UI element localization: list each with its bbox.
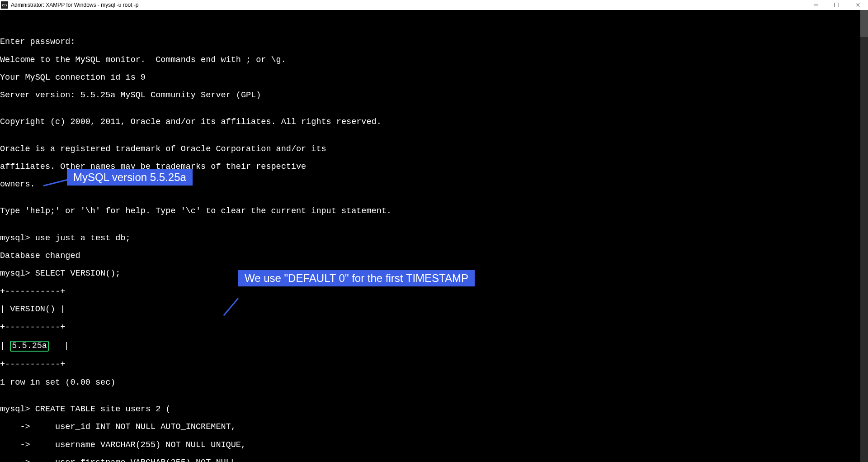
cmd-icon: C:\ xyxy=(1,1,8,9)
terminal-line: mysql> use just_a_test_db; xyxy=(0,234,868,243)
maximize-button[interactable] xyxy=(826,0,847,10)
close-button[interactable] xyxy=(847,0,868,10)
terminal-line: Welcome to the MySQL monitor. Commands e… xyxy=(0,56,868,65)
terminal-line: +-----------+ xyxy=(0,287,868,296)
terminal-line: Oracle is a registered trademark of Orac… xyxy=(0,145,868,154)
terminal-line: Server version: 5.5.25a MySQL Community … xyxy=(0,91,868,100)
vertical-scrollbar[interactable] xyxy=(860,10,868,462)
minimize-button[interactable] xyxy=(806,0,826,10)
terminal-line: -> user_id INT NOT NULL AUTO_INCREMENT, xyxy=(0,423,868,432)
callout-version: MySQL version 5.5.25a xyxy=(67,169,193,186)
terminal-line: Database changed xyxy=(0,252,868,261)
version-pre: | xyxy=(0,341,10,351)
terminal-line: Enter password: xyxy=(0,38,868,47)
terminal-line: -> username VARCHAR(255) NOT NULL UNIQUE… xyxy=(0,441,868,450)
callout-default-zero: We use "DEFAULT 0" for the first TIMESTA… xyxy=(238,270,475,286)
terminal-line: +-----------+ xyxy=(0,323,868,332)
scrollbar-thumb[interactable] xyxy=(860,10,868,37)
terminal-line: -> user_firstname VARCHAR(255) NOT NULL, xyxy=(0,458,868,462)
terminal-line: mysql> CREATE TABLE site_users_2 ( xyxy=(0,405,868,414)
terminal-area[interactable]: Enter password: Welcome to the MySQL mon… xyxy=(0,10,868,462)
terminal-line: Copyright (c) 2000, 2011, Oracle and/or … xyxy=(0,118,868,127)
version-post: | xyxy=(49,341,69,351)
terminal-line: +-----------+ xyxy=(0,360,868,369)
svg-rect-1 xyxy=(835,3,839,7)
terminal-line: | 5.5.25a | xyxy=(0,341,868,352)
terminal-line: Your MySQL connection id is 9 xyxy=(0,73,868,82)
terminal-line: 1 row in set (0.00 sec) xyxy=(0,378,868,387)
window-titlebar: C:\ Administrator: XAMPP for Windows - m… xyxy=(0,0,868,10)
terminal-line: Type 'help;' or '\h' for help. Type '\c'… xyxy=(0,207,868,216)
window-controls xyxy=(806,0,868,10)
window-title: Administrator: XAMPP for Windows - mysql… xyxy=(11,2,139,8)
terminal-line: | VERSION() | xyxy=(0,305,868,314)
version-highlight-box: 5.5.25a xyxy=(10,341,49,352)
